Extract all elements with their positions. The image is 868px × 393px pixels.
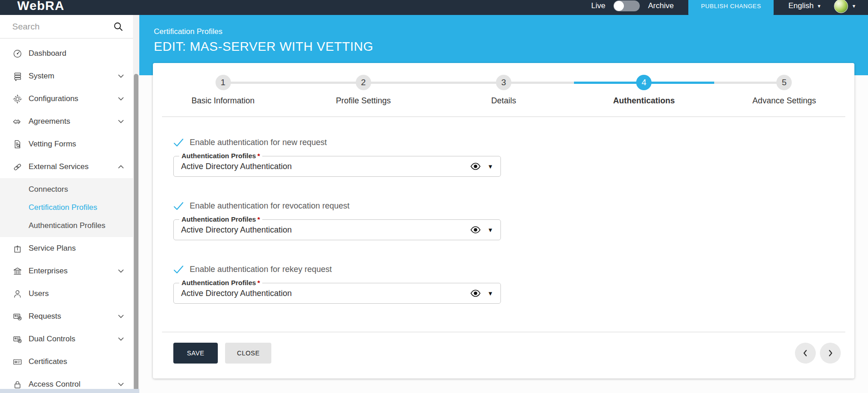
language-dropdown[interactable]: English ▼ [788,1,821,10]
sidebar-subitem-authentication-profiles[interactable]: Authentication Profiles [0,217,133,235]
selected-value: Active Directory Authentication [181,162,471,171]
required-marker: * [257,215,260,223]
checkbox-checked-icon[interactable] [173,138,184,147]
avatar [834,0,848,13]
request-card-icon [12,311,22,321]
step-label-profile-settings[interactable]: Profile Settings [293,96,433,106]
previous-step-button[interactable] [795,343,816,364]
eye-icon[interactable] [471,226,481,233]
field-label: Authentication Profiles [181,215,256,223]
search-icon[interactable] [113,22,123,31]
sidebar-item-label: Requests [29,312,118,321]
step-label-basic-information[interactable]: Basic Information [153,96,293,106]
horizontal-scrollbar[interactable] [0,389,139,393]
wizard-stepper: 1 2 3 4 5 Basic Information Profile Sett… [153,63,854,106]
topbar: WebRA Live Archive PUBLISH CHANGES Engli… [0,0,868,15]
chevron-up-icon [118,165,124,169]
sidebar-subitem-connectors[interactable]: Connectors [0,180,133,199]
checkbox-label[interactable]: Enable authentication for revocation req… [190,201,349,211]
sidebar-item-label: Dashboard [29,49,124,58]
live-label: Live [591,1,605,10]
search-input[interactable] [12,22,113,32]
chevron-down-icon: ▼ [852,4,856,9]
checkbox-label[interactable]: Enable authentication for rekey request [190,265,332,274]
eye-icon[interactable] [471,290,481,297]
lock-icon [12,379,22,389]
step-1[interactable]: 1 [153,75,293,90]
sidebar-item-certificates[interactable]: Certificates [0,350,133,373]
step-2[interactable]: 2 [293,75,433,90]
live-archive-toggle[interactable] [613,0,640,11]
publish-changes-button[interactable]: PUBLISH CHANGES [688,0,774,15]
external-services-submenu: Connectors Certification Profiles Authen… [0,178,133,237]
server-icon [12,71,22,81]
sidebar-item-system[interactable]: System [0,65,133,87]
sidebar-subitem-certification-profiles[interactable]: Certification Profiles [0,199,133,217]
handshake-icon [12,116,22,126]
next-step-button[interactable] [820,343,841,364]
chevron-down-icon [118,97,124,101]
breadcrumb: Certification Profiles [154,27,868,36]
scrollbar-thumb[interactable] [134,74,138,392]
edit-profile-card: 1 2 3 4 5 Basic Information Profile Sett… [153,63,854,378]
sidebar-item-label: Service Plans [29,244,124,253]
chevron-down-icon[interactable]: ▼ [487,290,493,297]
user-icon [12,289,22,299]
authentication-profiles-select[interactable]: Authentication Profiles* Active Director… [173,156,501,177]
field-label: Authentication Profiles [181,279,256,286]
divider [162,116,845,117]
checkbox-checked-icon[interactable] [173,265,184,274]
step-label-details[interactable]: Details [433,96,574,106]
step-5[interactable]: 5 [714,75,854,90]
link-icon [12,162,22,172]
revocation-request-section: Enable authentication for revocation req… [173,201,854,240]
chevron-down-icon [118,120,124,123]
sidebar-item-service-plans[interactable]: Service Plans [0,237,133,260]
page-title: EDIT: MAS-SERVER WITH VETTING [154,39,868,54]
dashboard-icon [12,49,22,58]
sidebar-item-users[interactable]: Users [0,282,133,305]
dual-control-card-icon [12,334,22,344]
sidebar-item-label: Agreements [29,117,118,126]
step-label-advance-settings[interactable]: Advance Settings [714,96,854,106]
chevron-down-icon[interactable]: ▼ [487,227,493,233]
user-menu[interactable]: ▼ [834,0,856,13]
chevron-down-icon: ▼ [817,4,821,9]
sidebar-item-label: Access Control [29,380,118,389]
checkbox-label[interactable]: Enable authentication for new request [190,138,327,147]
authentication-profiles-select[interactable]: Authentication Profiles* Active Director… [173,219,501,240]
step-3[interactable]: 3 [433,75,574,90]
sidebar-item-dual-controls[interactable]: Dual Controls [0,328,133,350]
step-4-active[interactable]: 4 [574,75,714,90]
sidebar-item-enterprises[interactable]: Enterprises [0,260,133,282]
sidebar: Dashboard System Configurations [0,15,139,393]
sidebar-item-external-services[interactable]: External Services [0,155,133,178]
chevron-down-icon[interactable]: ▼ [487,163,493,170]
sidebar-item-label: Enterprises [29,267,118,276]
eye-icon[interactable] [471,163,481,170]
authentications-form: Enable authentication for new request Au… [153,138,854,304]
sidebar-item-label: Dual Controls [29,335,118,344]
language-label: English [788,1,814,10]
authentication-profiles-select[interactable]: Authentication Profiles* Active Director… [173,283,501,304]
step-label-authentications[interactable]: Authentications [574,96,714,106]
sidebar-item-dashboard[interactable]: Dashboard [0,42,133,65]
sidebar-item-label: Vetting Forms [29,140,124,149]
document-check-icon [12,139,22,149]
required-marker: * [257,279,260,286]
chevron-down-icon [118,337,124,341]
sidebar-item-configurations[interactable]: Configurations [0,87,133,110]
app-logo[interactable]: WebRA [17,0,64,13]
close-button[interactable]: CLOSE [225,343,271,364]
sidebar-item-agreements[interactable]: Agreements [0,110,133,133]
checkbox-checked-icon[interactable] [173,202,184,211]
certificate-icon [12,357,22,367]
sidebar-item-requests[interactable]: Requests [0,305,133,328]
sidebar-item-vetting-forms[interactable]: Vetting Forms [0,133,133,155]
sidebar-item-label: Certificates [29,357,124,366]
save-button[interactable]: SAVE [173,343,218,364]
sidebar-item-label: Configurations [29,94,118,103]
card-footer: SAVE CLOSE [173,343,841,364]
toggle-knob [614,1,624,11]
sidebar-scrollbar[interactable] [133,15,139,393]
